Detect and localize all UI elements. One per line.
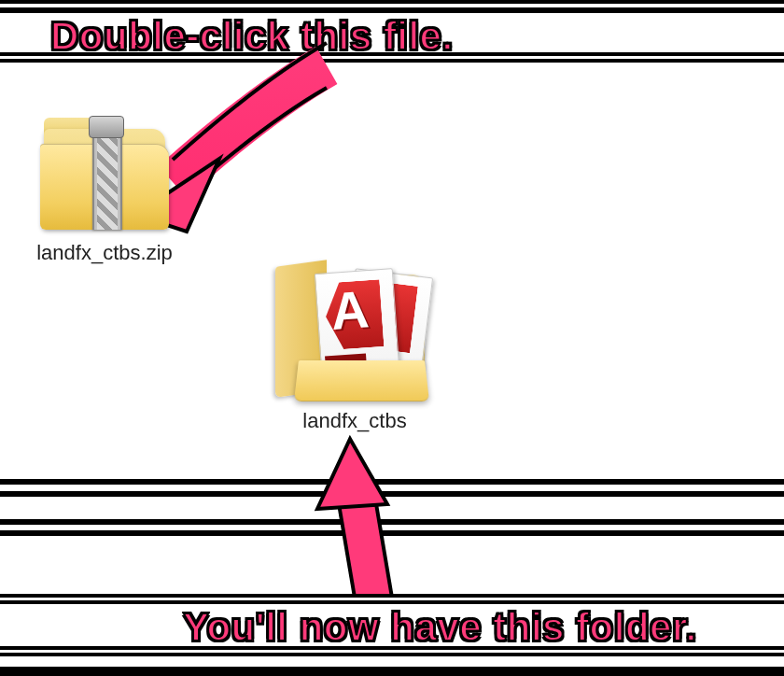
decoration-bar xyxy=(0,650,784,653)
decoration-bar xyxy=(0,594,784,598)
decoration-bar xyxy=(0,598,784,600)
annotation-top: Double-click this file. xyxy=(50,14,454,59)
decoration-bar xyxy=(0,600,784,604)
decoration-bar xyxy=(0,479,784,485)
zip-folder-icon xyxy=(35,121,175,233)
decoration-bar xyxy=(0,59,784,63)
file-zip[interactable]: landfx_ctbs.zip xyxy=(21,121,189,265)
annotation-bottom: You'll now have this folder. xyxy=(183,605,697,650)
decoration-bar xyxy=(0,519,784,525)
decoration-bar xyxy=(0,0,784,4)
decoration-bar xyxy=(0,7,784,13)
ctb-folder-icon: A CTB xyxy=(275,261,434,401)
svg-marker-1 xyxy=(317,439,387,509)
decoration-bar xyxy=(0,667,784,676)
stage: Double-click this file. landfx_ctbs.zip xyxy=(0,0,784,676)
file-zip-label: landfx_ctbs.zip xyxy=(36,241,173,265)
decoration-bar xyxy=(0,530,784,536)
decoration-bar xyxy=(0,653,784,656)
file-folder[interactable]: A CTB landfx_ctbs xyxy=(261,261,448,433)
decoration-bar xyxy=(0,491,784,497)
decoration-bar xyxy=(0,4,784,7)
file-folder-label: landfx_ctbs xyxy=(302,409,406,433)
